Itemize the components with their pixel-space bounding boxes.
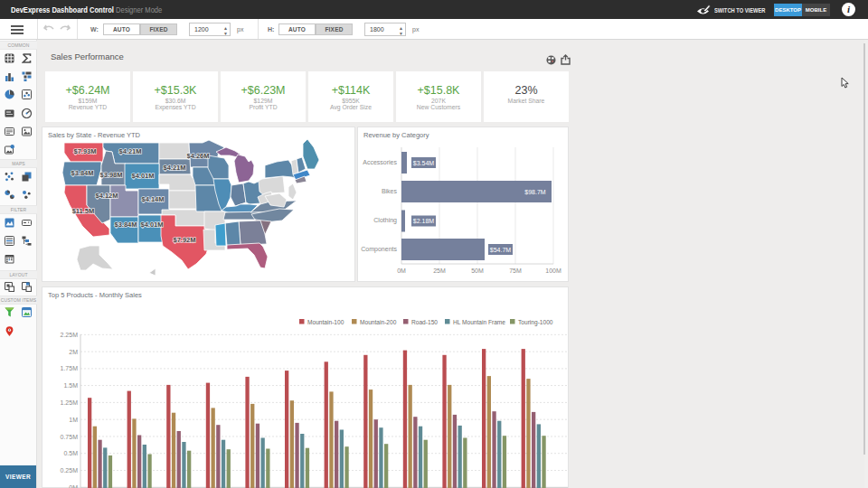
svg-text:50M: 50M: [471, 267, 484, 274]
svg-text:1.75M: 1.75M: [61, 365, 79, 371]
svg-text:Components: Components: [361, 246, 397, 253]
svg-text:2M: 2M: [69, 349, 78, 355]
svg-text:Clothing: Clothing: [373, 217, 397, 224]
svg-text:1.5M: 1.5M: [63, 382, 78, 389]
svg-text:Bikes: Bikes: [382, 188, 398, 194]
svg-text:Touring-1000: Touring-1000: [518, 319, 553, 326]
svg-text:$4.12M: $4.12M: [95, 192, 118, 200]
svg-text:0.5M: 0.5M: [63, 450, 78, 456]
svg-text:$3.84M: $3.84M: [71, 169, 93, 177]
svg-text:75M: 75M: [509, 267, 522, 274]
svg-text:$3.98M: $3.98M: [99, 171, 122, 179]
svg-text:0M: 0M: [69, 484, 78, 488]
svg-text:Accessories: Accessories: [363, 159, 397, 165]
svg-text:0.75M: 0.75M: [61, 434, 79, 440]
svg-text:1M: 1M: [69, 417, 78, 423]
svg-text:$4.01M: $4.01M: [131, 172, 154, 180]
svg-text:$98.7M: $98.7M: [524, 189, 546, 195]
svg-text:$3.54M: $3.54M: [413, 160, 435, 166]
svg-text:Road-150: Road-150: [411, 319, 438, 325]
svg-text:$54.7M: $54.7M: [490, 247, 512, 253]
svg-text:25M: 25M: [433, 267, 446, 274]
svg-text:$2.18M: $2.18M: [413, 218, 435, 224]
svg-text:100M: 100M: [545, 267, 561, 274]
svg-text:$11.5M: $11.5M: [72, 207, 95, 215]
svg-text:$7.93M: $7.93M: [73, 147, 96, 155]
svg-text:0M: 0M: [397, 267, 406, 274]
svg-text:$4.14M: $4.14M: [141, 195, 164, 203]
svg-text:2.25M: 2.25M: [61, 332, 79, 338]
svg-text:1.25M: 1.25M: [61, 399, 79, 406]
svg-text:Mountain-100: Mountain-100: [307, 319, 344, 325]
svg-text:0.25M: 0.25M: [61, 467, 79, 474]
svg-text:$3.84M: $3.84M: [114, 221, 137, 229]
svg-text:$7.92M: $7.92M: [173, 236, 195, 244]
svg-text:$4.01M: $4.01M: [140, 221, 163, 229]
svg-text:$4.26M: $4.26M: [186, 152, 209, 160]
svg-text:$4.21M: $4.21M: [118, 147, 141, 155]
svg-text:Mountain-200: Mountain-200: [360, 319, 397, 325]
svg-text:$4.21M: $4.21M: [163, 164, 185, 172]
svg-text:HL Mountain Frame: HL Mountain Frame: [453, 319, 505, 325]
